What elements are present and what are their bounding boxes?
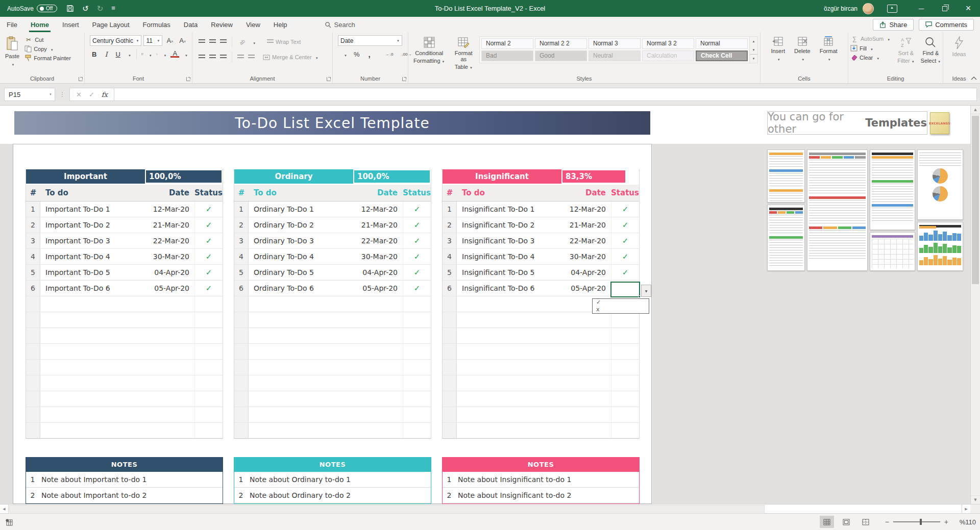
dropdown-option[interactable]: ✓ bbox=[593, 299, 649, 306]
cell-status[interactable]: ✓ bbox=[611, 201, 639, 217]
clipboard-dialog-launcher-icon[interactable] bbox=[79, 77, 83, 81]
note-text[interactable]: Note about Ordinary to-do 2 bbox=[248, 491, 431, 499]
cell-task[interactable]: Important To-Do 5 bbox=[40, 265, 148, 280]
cell-date[interactable] bbox=[356, 312, 403, 327]
style-normal[interactable]: Normal bbox=[696, 38, 748, 49]
note-num[interactable]: 1 bbox=[26, 475, 39, 484]
horizontal-scrollbar[interactable]: ◀ ▶ bbox=[0, 504, 980, 514]
cell-date[interactable] bbox=[148, 391, 194, 407]
cell-date[interactable]: 22-Mar-20 bbox=[564, 233, 611, 248]
col-header-todo[interactable]: To do bbox=[457, 185, 564, 201]
col-header-date[interactable]: Date bbox=[356, 185, 403, 201]
cell-task[interactable]: Insignificant To-Do 2 bbox=[457, 217, 564, 233]
macro-record-icon[interactable] bbox=[5, 518, 13, 526]
cell-status[interactable]: ✓ bbox=[611, 233, 639, 248]
format-as-table-button[interactable]: Format as Table bbox=[448, 34, 479, 73]
enter-icon[interactable]: ✓ bbox=[89, 91, 94, 98]
cell-task[interactable]: Ordinary To-Do 5 bbox=[249, 265, 356, 280]
cell-task[interactable] bbox=[457, 375, 564, 391]
template-thumbnail[interactable] bbox=[917, 149, 963, 220]
cell-status[interactable] bbox=[403, 360, 431, 375]
clear-button[interactable]: Clear bbox=[850, 54, 890, 61]
formula-input[interactable] bbox=[114, 88, 977, 101]
cell-status[interactable] bbox=[611, 407, 639, 422]
cell-num[interactable] bbox=[443, 328, 457, 343]
vertical-scroll-thumb[interactable] bbox=[972, 116, 979, 284]
cell-num[interactable] bbox=[443, 391, 457, 407]
share-button[interactable]: Share bbox=[873, 19, 914, 31]
cell-date[interactable] bbox=[148, 360, 194, 375]
cell-task[interactable] bbox=[457, 312, 564, 327]
cell-task[interactable] bbox=[40, 344, 148, 359]
cell-num[interactable] bbox=[234, 344, 249, 359]
cell-status[interactable] bbox=[403, 344, 431, 359]
col-header-num[interactable]: # bbox=[26, 185, 40, 201]
cell-task[interactable] bbox=[40, 312, 148, 327]
cell-date[interactable] bbox=[356, 407, 403, 422]
cell-status[interactable]: ✓ bbox=[611, 249, 639, 264]
font-color-button[interactable]: A bbox=[170, 51, 179, 58]
redo-button[interactable]: ↻ bbox=[97, 4, 104, 13]
col-header-status[interactable]: Status bbox=[611, 185, 639, 201]
template-thumbnail[interactable] bbox=[807, 149, 868, 271]
align-bottom-icon[interactable] bbox=[220, 39, 227, 44]
cell-status[interactable] bbox=[194, 360, 223, 375]
note-text[interactable]: Note about Important to-do 2 bbox=[39, 491, 223, 499]
col-header-num[interactable]: # bbox=[443, 185, 457, 201]
cell-status[interactable] bbox=[194, 296, 223, 312]
cell-status[interactable] bbox=[403, 391, 431, 407]
comments-button[interactable]: Comments bbox=[919, 19, 974, 31]
cell-date[interactable] bbox=[148, 328, 194, 343]
user-avatar[interactable] bbox=[863, 3, 874, 14]
cell-task[interactable] bbox=[249, 296, 356, 312]
cell-status[interactable]: ✓ bbox=[194, 201, 223, 217]
cell-num[interactable]: 6 bbox=[234, 281, 249, 296]
cell-task[interactable]: Insignificant To-Do 5 bbox=[457, 265, 564, 280]
table-name[interactable]: Ordinary bbox=[234, 169, 353, 184]
vertical-scrollbar[interactable]: ▲ ▼ bbox=[970, 106, 980, 504]
font-size-combo[interactable]: 11 bbox=[143, 35, 162, 46]
cell-num[interactable] bbox=[234, 391, 249, 407]
note-num[interactable]: 2 bbox=[443, 491, 456, 499]
col-header-todo[interactable]: To do bbox=[249, 185, 356, 201]
cell-num[interactable] bbox=[234, 375, 249, 391]
cell-date[interactable] bbox=[148, 296, 194, 312]
cell-date[interactable] bbox=[148, 344, 194, 359]
format-cells-button[interactable]: Format bbox=[817, 34, 841, 73]
scroll-left-icon[interactable]: ◀ bbox=[0, 504, 9, 513]
cell-task[interactable] bbox=[457, 328, 564, 343]
close-button[interactable]: × bbox=[957, 0, 980, 17]
cell-task[interactable] bbox=[249, 375, 356, 391]
paste-button[interactable]: Paste bbox=[2, 34, 22, 73]
normal-view-button[interactable] bbox=[820, 516, 834, 528]
name-box[interactable]: P15 bbox=[4, 88, 55, 101]
cell-status[interactable] bbox=[611, 328, 639, 343]
cell-task[interactable]: Ordinary To-Do 1 bbox=[249, 201, 356, 217]
style-normal-2[interactable]: Normal 2 bbox=[481, 38, 533, 49]
font-dialog-launcher-icon[interactable] bbox=[186, 77, 190, 81]
template-thumbnail[interactable] bbox=[767, 149, 805, 203]
cell-status[interactable]: ✓ bbox=[611, 265, 639, 280]
style-normal-3-2[interactable]: Normal 3 2 bbox=[642, 38, 694, 49]
style-normal-3[interactable]: Normal 3 bbox=[589, 38, 641, 49]
table-percent-box[interactable]: 83,3% bbox=[561, 169, 639, 184]
cell-date[interactable]: 22-Mar-20 bbox=[356, 233, 403, 248]
search-box[interactable]: Search bbox=[325, 17, 355, 32]
copy-button[interactable]: Copy bbox=[24, 45, 71, 53]
cell-date[interactable] bbox=[564, 407, 611, 422]
cell-status[interactable]: ✓ bbox=[403, 281, 431, 296]
font-family-combo[interactable]: Century Gothic bbox=[90, 35, 141, 46]
cell-date[interactable] bbox=[356, 423, 403, 438]
cell-num[interactable] bbox=[234, 296, 249, 312]
bold-button[interactable]: B bbox=[90, 51, 99, 58]
tab-view[interactable]: View bbox=[239, 17, 267, 32]
cell-task[interactable] bbox=[40, 407, 148, 422]
comma-style-button[interactable]: , bbox=[366, 50, 373, 59]
cell-num[interactable] bbox=[26, 375, 40, 391]
cell-num[interactable]: 3 bbox=[26, 233, 40, 248]
cell-task[interactable]: Insignificant To-Do 4 bbox=[457, 249, 564, 264]
cell-task[interactable] bbox=[249, 328, 356, 343]
cell-task[interactable]: Important To-Do 4 bbox=[40, 249, 148, 264]
increase-indent-icon[interactable] bbox=[248, 55, 255, 60]
insert-function-icon[interactable]: fx bbox=[102, 91, 108, 98]
